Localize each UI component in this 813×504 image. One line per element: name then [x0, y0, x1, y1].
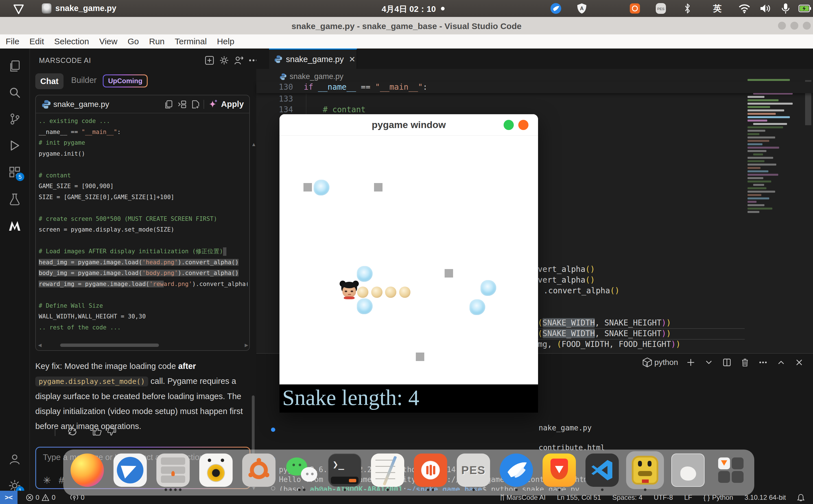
- notifications-bell-icon[interactable]: [797, 494, 805, 501]
- code-card-filename: snake_game.py: [53, 100, 109, 109]
- vscode-title-bar[interactable]: snake_game.py - snake_game_base - Visual…: [0, 17, 813, 34]
- pygame-window[interactable]: pygame window Snake length: 4: [280, 114, 538, 413]
- copy-icon[interactable]: [163, 99, 173, 109]
- source-control-icon[interactable]: [7, 112, 22, 126]
- window-minimize-button[interactable]: [778, 22, 786, 30]
- thumbs-up-icon[interactable]: [91, 426, 103, 437]
- tab-snake-game[interactable]: snake_game.py ✕: [269, 49, 357, 69]
- menu-go[interactable]: Go: [127, 37, 139, 46]
- dock-item-vscode[interactable]: [585, 454, 619, 495]
- focused-app-title[interactable]: snake_game.py: [55, 4, 116, 13]
- wifi-icon[interactable]: [739, 3, 750, 14]
- dock-item-trash[interactable]: [671, 454, 705, 495]
- ai-command-icon[interactable]: ✳: [43, 475, 51, 486]
- dock-item-game[interactable]: [629, 454, 662, 495]
- errors-icon: [26, 494, 33, 501]
- dock-item-archive[interactable]: [156, 454, 190, 495]
- tab-chat[interactable]: Chat: [35, 73, 63, 89]
- regenerate-icon[interactable]: [67, 426, 78, 437]
- editor-scrollbar[interactable]: [805, 79, 811, 398]
- indent-guide: [306, 94, 306, 115]
- pes-tray-icon[interactable]: PES: [655, 3, 667, 14]
- menu-help[interactable]: Help: [217, 37, 234, 46]
- panel-maximize-chevron-icon[interactable]: [776, 357, 786, 368]
- minimap[interactable]: [748, 79, 804, 398]
- dock-item-feishu[interactable]: [500, 454, 533, 495]
- panel-settings-gear-icon[interactable]: [219, 55, 230, 66]
- terminal-more-icon[interactable]: [758, 357, 768, 368]
- marscode-ai-icon[interactable]: [7, 218, 22, 233]
- menu-terminal[interactable]: Terminal: [175, 37, 207, 46]
- dock-item-music[interactable]: [414, 454, 447, 495]
- thumbs-down-icon[interactable]: [106, 426, 117, 437]
- clock[interactable]: 4月4日 02：10: [382, 4, 436, 15]
- scrollbar-thumb[interactable]: [60, 344, 159, 347]
- battery-icon[interactable]: [799, 3, 811, 14]
- kill-terminal-trash-icon[interactable]: [740, 357, 750, 368]
- game-ice: [480, 280, 496, 296]
- window-close-button[interactable]: [803, 22, 811, 30]
- new-terminal-icon[interactable]: [686, 357, 696, 368]
- shield-a-icon[interactable]: A: [576, 3, 588, 14]
- dock-item-pes[interactable]: PES: [457, 454, 490, 495]
- input-method-indicator[interactable]: 英: [711, 3, 723, 14]
- running-indicator-dots: [371, 488, 404, 491]
- dock-item-firefox[interactable]: [71, 454, 104, 495]
- scroll-left-arrow-icon[interactable]: ◀: [38, 342, 41, 348]
- menu-run[interactable]: Run: [149, 37, 164, 46]
- volume-icon[interactable]: [759, 3, 771, 14]
- bluetooth-icon[interactable]: [682, 3, 693, 14]
- dock-item-notes[interactable]: [371, 454, 404, 495]
- panel-close-icon[interactable]: [794, 357, 805, 368]
- terminal-tab-label: python: [654, 358, 678, 367]
- account-share-icon[interactable]: [233, 55, 245, 66]
- feishu-tray-icon[interactable]: [550, 3, 562, 14]
- dock-item-thunderbird[interactable]: [113, 454, 147, 495]
- insert-at-cursor-icon[interactable]: [177, 99, 187, 109]
- terminal-tab-python[interactable]: $ python: [643, 357, 678, 367]
- apply-button[interactable]: Apply: [209, 99, 244, 109]
- chat-code-line: GAME_SIZE = [900,900]: [39, 181, 248, 192]
- breadcrumb[interactable]: snake_game.py: [280, 72, 344, 81]
- new-file-icon[interactable]: [190, 99, 201, 109]
- microphone-icon[interactable]: [780, 3, 792, 14]
- account-icon[interactable]: [7, 452, 22, 466]
- menu-edit[interactable]: Edit: [29, 37, 44, 46]
- menu-selection[interactable]: Selection: [54, 37, 89, 46]
- testing-icon[interactable]: [7, 192, 22, 206]
- sticky-scroll-line[interactable]: 130 if __name__ == "__main__":: [256, 82, 813, 93]
- extensions-icon[interactable]: 5: [7, 165, 22, 179]
- new-chat-icon[interactable]: [204, 55, 215, 66]
- search-icon[interactable]: [7, 85, 22, 100]
- pygame-close-button[interactable]: [518, 120, 528, 130]
- sidebar-scrollbar[interactable]: ▲ ▼: [251, 142, 256, 491]
- pygame-minimize-button[interactable]: [504, 120, 514, 130]
- panel-title: MARSCODE AI: [39, 56, 91, 65]
- window-maximize-button[interactable]: [790, 22, 798, 30]
- tab-close-icon[interactable]: ✕: [349, 55, 355, 64]
- chat-code-block[interactable]: .. existing code ...__name__ == "__main_…: [39, 116, 248, 336]
- dock-item-sound[interactable]: [199, 454, 233, 495]
- pygame-title-bar[interactable]: pygame window: [280, 114, 538, 136]
- code-horizontal-scrollbar[interactable]: ◀ ▶: [38, 343, 248, 347]
- dock-item-software[interactable]: [242, 454, 276, 495]
- terminal-dropdown-chevron-icon[interactable]: [704, 357, 714, 368]
- problems-indicator[interactable]: 0 0: [26, 491, 56, 504]
- remote-indicator[interactable]: ><: [0, 491, 17, 504]
- dock-item-terminal[interactable]: ❯_: [328, 454, 361, 495]
- running-indicator-dots: [457, 488, 490, 491]
- dock-item-appgrid[interactable]: [714, 454, 748, 495]
- tab-builder[interactable]: Builder: [71, 76, 96, 85]
- menu-view[interactable]: View: [99, 37, 117, 46]
- scroll-right-arrow-icon[interactable]: ▶: [245, 342, 248, 348]
- split-terminal-icon[interactable]: [722, 357, 732, 368]
- dock-item-wechat[interactable]: [285, 454, 318, 495]
- command-decoration-dot[interactable]: [271, 428, 275, 432]
- dock-item-brave[interactable]: [542, 454, 576, 495]
- status-item-3-10-12-64-bit[interactable]: 3.10.12 64-bit: [744, 494, 786, 501]
- menu-file[interactable]: File: [6, 37, 19, 46]
- orange-app-icon[interactable]: [629, 3, 641, 14]
- running-indicator-dots: [629, 488, 662, 491]
- run-debug-icon[interactable]: [7, 138, 22, 153]
- explorer-icon[interactable]: [7, 59, 22, 73]
